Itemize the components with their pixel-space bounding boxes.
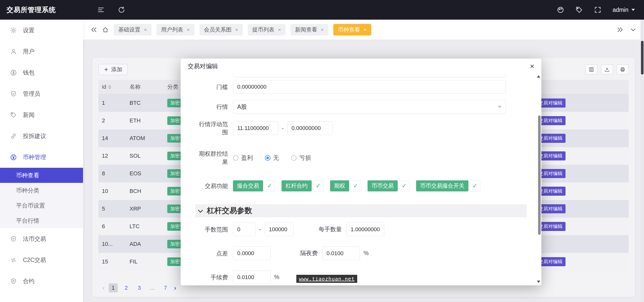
function-button[interactable]: 期权 bbox=[330, 180, 349, 191]
tabs-menu-icon[interactable] bbox=[630, 26, 636, 33]
sidebar-item-coins[interactable]: 币种管理 bbox=[0, 147, 83, 168]
sort-icon[interactable] bbox=[108, 85, 111, 89]
cell-id: 8 bbox=[102, 170, 130, 177]
overnight-input[interactable] bbox=[322, 247, 360, 260]
page-1[interactable]: 1 bbox=[109, 283, 118, 292]
function-button[interactable]: 杠杆合约 bbox=[281, 180, 312, 191]
tab-close-icon[interactable]: × bbox=[278, 27, 281, 32]
check-icon[interactable]: ✓ bbox=[350, 180, 361, 191]
sidebar-item-fiat[interactable]: 法币交易 bbox=[0, 228, 83, 249]
home-icon[interactable] bbox=[102, 26, 109, 33]
tab-coin-view[interactable]: 币种查看 × bbox=[333, 24, 371, 36]
sidebar-item-contracts[interactable]: 合约 bbox=[0, 271, 83, 292]
user-menu[interactable]: admin bbox=[613, 7, 635, 13]
radio-loss[interactable]: 亏损 bbox=[291, 154, 311, 162]
modal-scrollbar-thumb[interactable] bbox=[538, 115, 541, 235]
add-button[interactable]: 添加 bbox=[98, 64, 128, 75]
radio-profit[interactable]: 盈利 bbox=[233, 154, 253, 162]
tab-close-icon[interactable]: × bbox=[235, 27, 238, 32]
function-matching: 撮合交易 ✓ bbox=[233, 180, 275, 191]
lots-max-input[interactable] bbox=[265, 223, 294, 236]
cell-id: 15 bbox=[102, 258, 130, 265]
refresh-icon[interactable] bbox=[118, 6, 125, 14]
tabbar-right bbox=[617, 26, 636, 33]
column-header-id[interactable]: id bbox=[102, 84, 130, 90]
tab-close-icon[interactable]: × bbox=[144, 27, 147, 32]
sidebar-item-c2c[interactable]: C2C交易 bbox=[0, 249, 83, 271]
check-icon[interactable]: ✓ bbox=[264, 180, 275, 191]
page-7[interactable]: 7 bbox=[161, 283, 170, 292]
check-icon[interactable]: ✓ bbox=[399, 180, 410, 191]
tabs-scroll-left-icon[interactable] bbox=[91, 26, 97, 33]
sidebar-item-admins[interactable]: 管理员 bbox=[0, 83, 83, 104]
submenu-item-platform-market[interactable]: 平台行情 bbox=[0, 213, 83, 228]
tab-close-icon[interactable]: × bbox=[321, 27, 324, 32]
sidebar-item-settings[interactable]: 设置 bbox=[0, 20, 83, 41]
tab-user-list[interactable]: 用户列表 × bbox=[156, 24, 194, 36]
page-2[interactable]: 2 bbox=[122, 283, 131, 292]
cell-name: ADA bbox=[130, 241, 167, 247]
tab-member-graph[interactable]: 会员关系图 × bbox=[199, 24, 243, 36]
modal-header: 交易对编辑 × bbox=[181, 59, 541, 74]
float-max-input[interactable] bbox=[287, 121, 333, 135]
chevron-down-icon bbox=[498, 106, 502, 108]
scroll-down-icon[interactable] bbox=[537, 281, 540, 283]
sidebar-item-suggestions[interactable]: 投拆建议 bbox=[0, 125, 83, 147]
threshold-input[interactable] bbox=[233, 80, 506, 94]
tab-basic-settings[interactable]: 基础设置 × bbox=[114, 24, 151, 36]
submenu-item-coin-category[interactable]: 币种分类 bbox=[0, 183, 83, 198]
columns-icon[interactable] bbox=[585, 64, 597, 75]
page-3[interactable]: 3 bbox=[135, 283, 144, 292]
fee-input[interactable] bbox=[233, 271, 271, 284]
close-icon[interactable]: × bbox=[530, 62, 534, 70]
cell-id: 1 bbox=[102, 100, 130, 106]
radio-none[interactable]: 无 bbox=[265, 154, 279, 162]
tab-news-view[interactable]: 新闻查看 × bbox=[291, 24, 328, 36]
collapse-sidebar-icon[interactable] bbox=[97, 6, 105, 14]
leverage-section-header[interactable]: 杠杆交易参数 bbox=[195, 204, 527, 217]
market-select[interactable]: A股 bbox=[233, 100, 506, 114]
function-button[interactable]: 撮合交易 bbox=[233, 180, 263, 191]
page-prev-icon[interactable]: ‹ bbox=[102, 284, 105, 292]
tab-withdraw-list[interactable]: 提币列表 × bbox=[248, 24, 286, 36]
coins-submenu: 币种查看 币种分类 平台币设置 平台行情 bbox=[0, 168, 83, 228]
cell-id: 6 bbox=[102, 223, 130, 230]
sidebar-item-label: 设置 bbox=[23, 26, 34, 34]
tag-icon[interactable] bbox=[575, 6, 583, 14]
cell-name: BTC bbox=[130, 100, 167, 106]
page-next-icon[interactable]: › bbox=[174, 284, 176, 292]
check-icon[interactable]: ✓ bbox=[470, 180, 480, 191]
tabs-scroll-right-icon[interactable] bbox=[617, 26, 623, 33]
page-scrollbar-thumb[interactable] bbox=[641, 41, 643, 75]
lots-label: 手数范围 bbox=[195, 225, 228, 233]
submenu-item-platform-coin[interactable]: 平台币设置 bbox=[0, 198, 83, 213]
lots-min-input[interactable] bbox=[233, 223, 256, 236]
sidebar-item-wallet[interactable]: 钱包 bbox=[0, 62, 83, 83]
per-lot-input[interactable] bbox=[346, 223, 384, 236]
page-scrollbar-track[interactable] bbox=[640, 20, 644, 302]
tab-close-icon[interactable]: × bbox=[187, 27, 190, 32]
tab-close-icon[interactable]: × bbox=[364, 27, 367, 32]
print-icon[interactable] bbox=[617, 64, 629, 75]
tabbar: 基础设置 × 用户列表 × 会员关系图 × 提币列表 × 新闻查看 × 币种查看… bbox=[83, 20, 644, 40]
spread-input[interactable] bbox=[233, 247, 271, 260]
fullscreen-icon[interactable] bbox=[594, 6, 601, 14]
function-button[interactable]: 币币交易撮合开关 bbox=[416, 180, 468, 191]
app-logo: 交易所管理系统 bbox=[0, 5, 83, 14]
float-min-input[interactable] bbox=[233, 121, 278, 135]
theme-icon[interactable] bbox=[557, 6, 564, 14]
sidebar-item-news[interactable]: 新闻 bbox=[0, 104, 83, 125]
chevron-down-icon bbox=[631, 9, 635, 11]
chevron-down-icon bbox=[198, 208, 203, 213]
submenu-item-coin-view[interactable]: 币种查看 bbox=[0, 168, 83, 183]
cell-name: XRP bbox=[130, 206, 167, 212]
watermark: www.tiaozhuan.net bbox=[296, 275, 357, 283]
clipped-input[interactable] bbox=[233, 74, 506, 77]
check-icon[interactable]: ✓ bbox=[313, 180, 324, 191]
scroll-up-icon[interactable] bbox=[537, 75, 540, 78]
sidebar-item-users[interactable]: 用户 bbox=[0, 41, 83, 62]
float-range-label: 行情浮动范围 bbox=[195, 120, 228, 136]
cell-id: 12 bbox=[102, 153, 130, 159]
export-icon[interactable] bbox=[601, 64, 613, 75]
function-button[interactable]: 币币交易 bbox=[368, 180, 398, 191]
